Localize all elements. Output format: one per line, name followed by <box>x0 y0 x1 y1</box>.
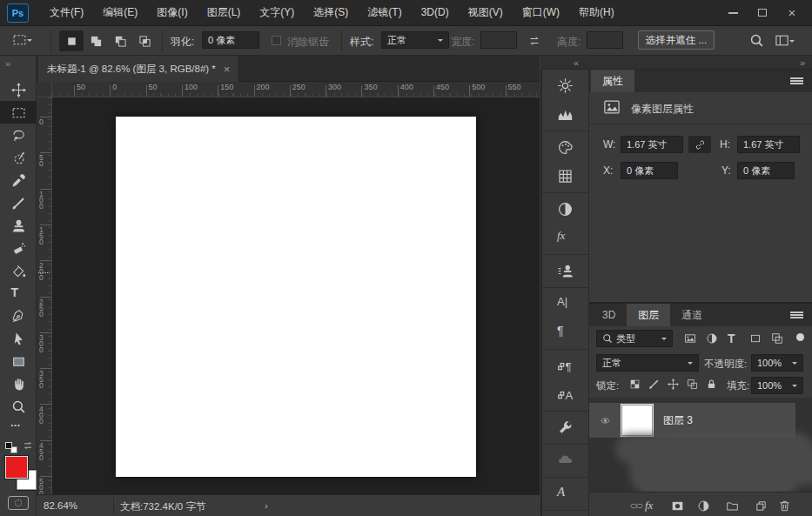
panel-button-histogram[interactable] <box>542 100 588 129</box>
tab-layers[interactable]: 图层 <box>627 304 670 326</box>
panel-button-character-styles[interactable]: A <box>542 380 588 409</box>
status-menu-chevron[interactable]: › <box>265 500 268 511</box>
lock-transparent-icon[interactable] <box>629 379 641 390</box>
mask-icon[interactable] <box>671 499 684 513</box>
tool-pen[interactable] <box>0 305 37 327</box>
height-input[interactable] <box>587 31 623 49</box>
foreground-color-swatch[interactable] <box>5 456 28 479</box>
menu-help[interactable]: 帮助(H) <box>569 0 624 25</box>
y-value-input[interactable]: 0 像素 <box>737 162 795 179</box>
panel-button-clone-source[interactable] <box>542 257 588 285</box>
panel-button-libraries[interactable] <box>542 446 588 475</box>
layer-row[interactable]: 图层 3 <box>589 403 795 438</box>
fill-select[interactable]: 100% <box>751 377 803 394</box>
tab-properties[interactable]: 属性 <box>591 70 634 92</box>
tool-quick-selection[interactable] <box>0 146 37 169</box>
filter-adjustment-icon[interactable] <box>706 332 718 345</box>
blend-mode-select[interactable]: 正常 <box>596 354 699 372</box>
link-wh-button[interactable] <box>688 136 711 153</box>
add-to-selection-button[interactable] <box>84 30 108 51</box>
swap-colors-icon[interactable] <box>22 439 34 452</box>
panel-button-adjustments[interactable] <box>542 195 588 224</box>
style-select[interactable]: 正常 <box>381 31 449 49</box>
feather-input[interactable]: 0 像素 <box>202 31 259 49</box>
menu-view[interactable]: 视图(V) <box>459 0 513 25</box>
menu-select[interactable]: 选择(S) <box>304 0 358 25</box>
panel-button-styles[interactable]: fx <box>542 224 588 252</box>
opacity-select[interactable]: 100% <box>751 354 803 372</box>
panel-button-paragraph-styles[interactable]: ¶ <box>542 352 588 380</box>
menu-filter[interactable]: 滤镜(T) <box>358 0 411 25</box>
tool-preset-picker[interactable] <box>12 32 32 47</box>
filter-type-icon[interactable]: T <box>728 332 735 345</box>
swap-dimensions-icon[interactable] <box>527 34 541 48</box>
tool-rectangular-marquee[interactable] <box>0 101 37 124</box>
close-button[interactable]: × <box>777 0 807 25</box>
dock-collapse-arrows[interactable]: » <box>800 57 803 68</box>
panel-menu-icon[interactable] <box>790 312 803 318</box>
search-icon[interactable] <box>749 33 764 48</box>
quick-mask-button[interactable] <box>8 496 29 510</box>
height-value-input[interactable]: 1.67 英寸 <box>737 136 800 153</box>
antialias-checkbox[interactable] <box>272 36 281 45</box>
filter-toggle-pin[interactable] <box>796 333 804 341</box>
tool-move[interactable] <box>0 78 37 101</box>
menu-type[interactable]: 文字(Y) <box>250 0 304 25</box>
layer-thumbnail[interactable] <box>621 405 653 436</box>
group-icon[interactable] <box>726 499 739 513</box>
tool-path-selection[interactable] <box>0 327 37 350</box>
tool-clone-stamp[interactable] <box>0 214 37 237</box>
panel-button-tool-presets[interactable] <box>542 413 588 442</box>
tool-eyedropper[interactable] <box>0 169 37 191</box>
layer-visibility-eye-icon[interactable] <box>599 416 612 426</box>
tool-hand[interactable] <box>0 372 37 395</box>
menu-3d[interactable]: 3D(D) <box>412 0 459 25</box>
link-icon[interactable] <box>630 499 643 513</box>
width-input[interactable] <box>480 31 517 49</box>
layer-filter-type-select[interactable]: 类型 <box>596 330 673 347</box>
tool-more[interactable]: ••• <box>0 418 37 440</box>
effects-icon[interactable]: fx <box>645 499 658 513</box>
tool-type[interactable]: T <box>0 282 37 305</box>
layer-name[interactable]: 图层 3 <box>663 413 693 428</box>
width-value-input[interactable]: 1.67 英寸 <box>621 136 683 153</box>
new-layer-icon[interactable] <box>755 499 768 513</box>
default-colors-icon[interactable] <box>5 442 12 449</box>
tool-zoom[interactable] <box>0 395 37 418</box>
intersect-selection-button[interactable] <box>132 30 157 51</box>
new-selection-button[interactable] <box>59 30 84 51</box>
strip-expand-arrows[interactable]: « <box>574 57 577 68</box>
document-tab[interactable]: 未标题-1 @ 82.6% (图层 3, RGB/8#) * × <box>38 56 239 82</box>
panel-menu-icon[interactable] <box>790 77 803 84</box>
menu-image[interactable]: 图像(I) <box>147 0 197 25</box>
menu-edit[interactable]: 编辑(E) <box>93 0 147 25</box>
select-and-mask-button[interactable]: 选择并遮住 ... <box>638 30 715 50</box>
lock-image-icon[interactable] <box>648 379 660 390</box>
filter-shape-icon[interactable] <box>749 332 762 345</box>
tools-collapse-arrows[interactable]: » <box>5 58 9 69</box>
zoom-level-field[interactable]: 82.64% <box>44 500 77 511</box>
panel-button-character[interactable]: A| <box>542 290 588 318</box>
workspace-switcher[interactable] <box>775 33 795 48</box>
tool-brush[interactable] <box>0 191 37 214</box>
delete-icon[interactable] <box>778 499 791 513</box>
tab-channels[interactable]: 通道 <box>670 304 714 326</box>
adjustment-icon[interactable] <box>697 499 710 513</box>
panel-button-brush-settings[interactable] <box>542 71 588 100</box>
tool-rectangle[interactable] <box>0 350 37 372</box>
lock-all-icon[interactable] <box>706 379 717 390</box>
close-tab-icon[interactable]: × <box>224 63 231 76</box>
panel-button-glyphs[interactable]: A <box>542 479 588 508</box>
panel-button-swatches[interactable] <box>542 162 588 191</box>
lock-artboard-icon[interactable] <box>687 379 698 390</box>
filter-pixel-icon[interactable] <box>684 332 696 345</box>
maximize-button[interactable] <box>748 0 777 25</box>
tab-3d[interactable]: 3D <box>591 304 627 326</box>
lock-position-icon[interactable] <box>668 379 679 390</box>
filter-smart-object-icon[interactable] <box>771 332 783 345</box>
menu-layer[interactable]: 图层(L) <box>198 0 251 25</box>
x-value-input[interactable]: 0 像素 <box>621 162 678 179</box>
subtract-from-selection-button[interactable] <box>108 30 132 51</box>
panel-button-color[interactable] <box>542 133 588 162</box>
tool-lasso[interactable] <box>0 124 37 146</box>
